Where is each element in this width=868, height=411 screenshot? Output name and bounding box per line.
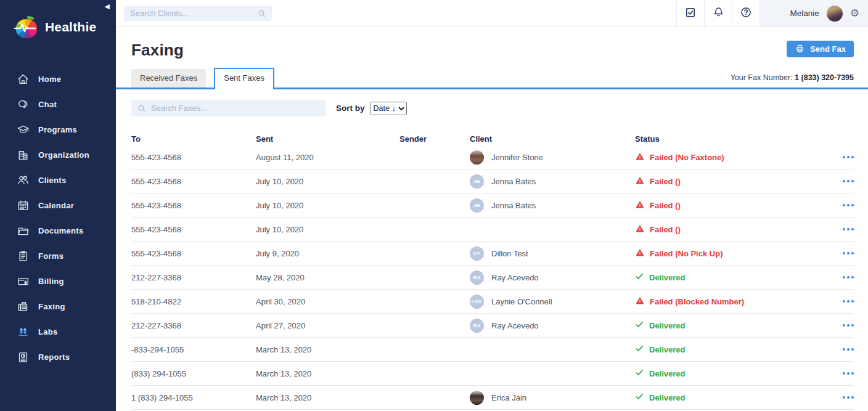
gear-icon[interactable]: ⚙	[850, 8, 859, 18]
row-actions-button[interactable]	[832, 320, 854, 331]
row-actions-button[interactable]	[832, 200, 854, 211]
row-actions-button[interactable]	[832, 393, 854, 403]
user-avatar[interactable]	[827, 6, 843, 22]
cell-client: Erica Jain	[470, 391, 635, 405]
client-name: Erica Jain	[491, 393, 526, 402]
cell-to: -833-294-1055	[131, 345, 256, 354]
cell-sent: March 13, 2020	[256, 393, 399, 402]
column-header-sender: Sender	[399, 134, 470, 144]
sidebar-item-labs[interactable]: Labs	[0, 319, 116, 344]
status-badge: Failed ()	[635, 224, 832, 235]
client-name: Dillon Test	[491, 249, 528, 258]
cell-client: JB Jenna Bates	[470, 174, 635, 189]
sidebar-item-faxing[interactable]: Faxing	[0, 294, 116, 319]
cell-client: Jennifer Stone	[470, 150, 635, 165]
cell-client: JB Jenna Bates	[470, 198, 635, 213]
tab-sent-faxes[interactable]: Sent Faxes	[214, 68, 274, 89]
forms-icon	[17, 250, 30, 262]
cell-sent: July 10, 2020	[256, 201, 399, 210]
table-row[interactable]: (833) 294-1055 March 13, 2020 Delivered	[131, 362, 854, 386]
status-badge: Delivered	[635, 320, 832, 331]
cell-sent: April 30, 2020	[256, 297, 399, 306]
table-row[interactable]: 212-227-3368 April 27, 2020 RA Ray Aceve…	[131, 314, 854, 338]
row-actions-button[interactable]	[832, 176, 854, 187]
table-row[interactable]: 518-210-4822 April 30, 2020 LOC Laynie O…	[131, 290, 854, 314]
cell-to: 212-227-3368	[131, 273, 256, 282]
client-avatar: JB	[470, 198, 484, 213]
notifications-button[interactable]	[704, 0, 732, 26]
warning-triangle-icon	[635, 200, 645, 211]
sidebar-item-billing[interactable]: Billing	[0, 269, 116, 294]
user-menu[interactable]: Melanie ⚙	[760, 0, 868, 26]
check-icon	[635, 392, 644, 403]
tasks-clipboard-check-icon	[684, 6, 697, 21]
tab-received-faxes[interactable]: Received Faxes	[131, 69, 206, 87]
table-row[interactable]: 212-227-3368 May 28, 2020 RA Ray Acevedo…	[131, 266, 854, 290]
table-row[interactable]: -833-294-1055 March 13, 2020 Delivered	[131, 338, 854, 362]
row-actions-button[interactable]	[832, 248, 854, 259]
table-row[interactable]: 555-423-4568 July 10, 2020 JB Jenna Bate…	[131, 193, 854, 218]
sidebar-item-forms[interactable]: Forms	[0, 243, 116, 269]
row-actions-button[interactable]	[832, 368, 854, 379]
tasks-button[interactable]	[676, 0, 704, 26]
row-actions-button[interactable]	[832, 272, 854, 283]
sidebar-item-programs[interactable]: Programs	[0, 117, 116, 142]
column-header-sent: Sent	[256, 134, 399, 144]
table-row[interactable]: 555-423-4568 July 9, 2020 DT Dillon Test…	[131, 242, 854, 266]
check-icon	[635, 320, 644, 331]
table-row[interactable]: 1 (833) 294-1055 March 13, 2020 Erica Ja…	[131, 386, 854, 410]
sidebar-item-reports[interactable]: Reports	[0, 344, 116, 370]
check-icon	[635, 344, 644, 355]
cell-client: RA Ray Acevedo	[470, 271, 635, 285]
cell-to: 1 (833) 294-1055	[131, 393, 256, 402]
sidebar-item-label: Faxing	[38, 302, 65, 311]
sidebar-item-chat[interactable]: Chat	[0, 92, 116, 117]
table-row[interactable]: 555-423-4568 July 10, 2020 JB Jenna Bate…	[131, 169, 854, 193]
brand-name: Healthie	[45, 20, 96, 35]
fax-number-label: Your Fax Number:	[731, 73, 793, 82]
row-actions-button[interactable]	[832, 344, 854, 355]
cell-client: RA Ray Acevedo	[470, 319, 635, 333]
cell-sent: July 10, 2020	[256, 177, 399, 186]
sort-dropdown[interactable]: Date ↓	[371, 102, 407, 115]
client-avatar: DT	[470, 246, 484, 261]
sidebar-item-clients[interactable]: Clients	[0, 168, 116, 193]
sidebar-item-home[interactable]: Home	[0, 67, 116, 92]
cell-to: 555-423-4568	[131, 177, 256, 186]
clients-icon	[17, 174, 30, 187]
organization-icon	[17, 149, 30, 161]
row-actions-button[interactable]	[832, 224, 854, 235]
table-row[interactable]: 555-423-4568 August 11, 2020 Jennifer St…	[131, 145, 854, 169]
healthie-logo[interactable]: Healthie	[0, 0, 116, 39]
status-badge: Failed ()	[635, 200, 832, 211]
billing-icon	[17, 275, 30, 288]
row-actions-button[interactable]	[832, 296, 854, 307]
bell-icon	[713, 6, 724, 20]
sidebar-collapse-icon[interactable]: ◀	[105, 2, 110, 10]
documents-icon	[17, 224, 30, 237]
help-button[interactable]	[732, 0, 760, 26]
sort-by-label: Sort by	[336, 104, 365, 113]
search-icon	[137, 104, 147, 116]
cell-sent: August 11, 2020	[256, 153, 399, 162]
reports-icon	[17, 351, 30, 364]
cell-sent: March 13, 2020	[256, 369, 399, 378]
calendar-icon	[17, 199, 30, 212]
client-name: Jennifer Stone	[491, 153, 543, 162]
table-row[interactable]: 555-423-4568 July 10, 2020 Failed ()	[131, 218, 854, 242]
search-clients-input[interactable]	[124, 6, 272, 21]
warning-triangle-icon	[635, 248, 645, 259]
cell-sent: March 13, 2020	[256, 345, 399, 354]
labs-icon	[17, 325, 30, 338]
row-actions-button[interactable]	[832, 152, 854, 163]
send-fax-button[interactable]: Send Fax	[787, 41, 854, 57]
sidebar-item-documents[interactable]: Documents	[0, 218, 116, 243]
programs-icon	[17, 123, 30, 136]
search-faxes-input[interactable]	[131, 100, 326, 116]
sidebar-item-organization[interactable]: Organization	[0, 142, 116, 168]
cell-sent: May 28, 2020	[256, 273, 399, 282]
sidebar-item-calendar[interactable]: Calendar	[0, 193, 116, 218]
table-header-row: ToSentSenderClientStatus	[131, 132, 854, 145]
sidebar-item-label: Home	[38, 75, 61, 84]
cell-sent: April 27, 2020	[256, 321, 399, 330]
